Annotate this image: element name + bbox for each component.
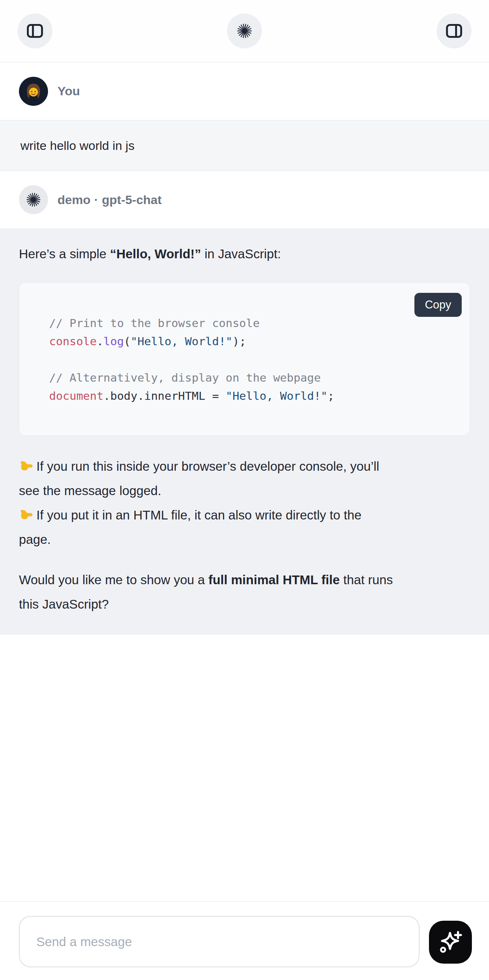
- user-message-header: You: [0, 62, 489, 120]
- empty-scroll-area: [0, 635, 489, 901]
- assistant-model: gpt-5-chat: [102, 193, 162, 207]
- assistant-message-header: demo·gpt-5-chat: [0, 171, 489, 228]
- user-avatar: [19, 77, 48, 106]
- user-message: write hello world in js: [0, 120, 489, 171]
- assistant-intro-paragraph: Here’s a simple “Hello, World!” in JavaS…: [19, 242, 470, 266]
- panel-right-toggle-button[interactable]: [436, 13, 471, 48]
- model-logo-button[interactable]: [227, 13, 262, 48]
- panel-left-icon: [26, 22, 44, 40]
- assistant-label-separator: ·: [94, 193, 98, 207]
- pointing-right-hand-emoji: [19, 459, 33, 473]
- tip-line: If you put it in an HTML file, it can al…: [19, 503, 470, 552]
- starburst-logo-icon: [236, 22, 253, 39]
- intro-suffix: in JavaScript:: [201, 247, 281, 261]
- top-bar: [0, 0, 489, 62]
- sparkles-icon: [437, 929, 464, 956]
- tip-line: If you run this inside your browser’s de…: [19, 454, 470, 503]
- assistant-message: Here’s a simple “Hello, World!” in JavaS…: [0, 228, 489, 635]
- person-emoji: [23, 81, 44, 102]
- pointing-right-hand-emoji: [19, 508, 33, 522]
- assistant-question-paragraph: Would you like me to show you a full min…: [19, 568, 470, 616]
- send-button[interactable]: [429, 921, 472, 964]
- intro-bold: “Hello, World!”: [110, 247, 201, 261]
- code-content: // Print to the browser console console.…: [19, 283, 470, 436]
- question-prefix: Would you like me to show you a: [19, 573, 209, 587]
- assistant-name: demo: [57, 193, 91, 207]
- code-block: Copy // Print to the browser console con…: [19, 282, 470, 436]
- panel-right-icon: [445, 22, 463, 40]
- user-message-text: write hello world in js: [21, 138, 135, 153]
- assistant-label: demo·gpt-5-chat: [57, 193, 162, 207]
- tips-paragraph: If you run this inside your browser’s de…: [19, 454, 470, 552]
- intro-prefix: Here’s a simple: [19, 247, 110, 261]
- composer-bar: [0, 901, 489, 980]
- user-label: You: [57, 84, 80, 98]
- sidebar-toggle-button[interactable]: [18, 13, 53, 48]
- tip-text: If you run this inside your browser’s de…: [19, 459, 379, 498]
- copy-button[interactable]: Copy: [414, 293, 462, 317]
- message-input[interactable]: [19, 916, 419, 967]
- assistant-avatar: [19, 185, 48, 214]
- question-bold: full minimal HTML file: [209, 573, 340, 587]
- starburst-logo-icon: [25, 192, 41, 208]
- tip-text: If you put it in an HTML file, it can al…: [19, 508, 362, 546]
